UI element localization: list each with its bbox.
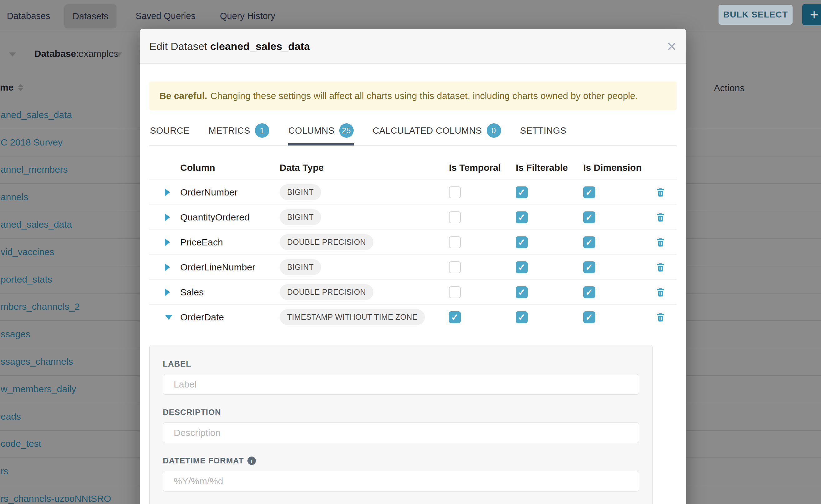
info-icon[interactable]: i <box>247 457 256 465</box>
description-input[interactable] <box>163 422 639 443</box>
dataset-link[interactable]: w_members_daily <box>1 384 76 394</box>
tab-count-badge: 0 <box>487 123 501 138</box>
datetime-format-heading: DATETIME FORMAT <box>163 456 244 466</box>
top-nav-bar: DatabasesDatasetsSaved QueriesQuery Hist… <box>0 0 821 32</box>
dataset-link[interactable]: annel_members <box>1 164 68 175</box>
tab-settings[interactable]: SETTINGS <box>520 123 567 145</box>
column-name: OrderNumber <box>180 187 279 198</box>
dataset-link[interactable]: mbers_channels_2 <box>1 301 80 312</box>
warning-bold-text: Be careful. <box>159 91 207 101</box>
column-row: OrderDateTIMESTAMP WITHOUT TIME ZONE✓✓✓ <box>149 305 677 329</box>
dataset-link[interactable]: eads <box>1 411 21 422</box>
delete-column-button[interactable] <box>655 312 677 322</box>
tab-columns[interactable]: COLUMNS25 <box>288 123 354 145</box>
description-field-group: DESCRIPTION <box>163 408 639 443</box>
tab-label: COLUMNS <box>288 126 334 136</box>
tab-label: SETTINGS <box>520 126 566 136</box>
is-temporal-checkbox-checked[interactable]: ✓ <box>449 311 461 323</box>
collapse-caret-icon[interactable] <box>165 315 172 320</box>
column-name: OrderDate <box>180 312 279 323</box>
trash-icon <box>655 262 666 272</box>
is-filterable-checkbox-checked[interactable]: ✓ <box>516 236 528 248</box>
is-temporal-checkbox-unchecked[interactable] <box>449 211 461 223</box>
datatype-pill: BIGINT <box>279 184 321 200</box>
modal-title: Edit Dataset cleaned_sales_data <box>149 40 310 52</box>
tab-source[interactable]: SOURCE <box>149 123 190 145</box>
expand-caret-icon[interactable] <box>165 264 170 271</box>
is-dimension-checkbox-checked[interactable]: ✓ <box>583 311 595 323</box>
trash-icon <box>655 287 666 297</box>
trash-icon <box>655 187 666 197</box>
is-filterable-checkbox-checked[interactable]: ✓ <box>516 311 528 323</box>
dataset-link[interactable]: aned_sales_data <box>1 219 72 230</box>
is-temporal-checkbox-unchecked[interactable] <box>449 261 461 273</box>
is-dimension-checkbox-checked[interactable]: ✓ <box>583 286 595 298</box>
dataset-link[interactable]: ssages <box>1 329 30 339</box>
modal-tabs: SOURCEMETRICS1COLUMNS25CALCULATED COLUMN… <box>149 123 677 146</box>
datasets-page: DatabasesDatasetsSaved QueriesQuery Hist… <box>0 0 821 504</box>
expand-caret-icon[interactable] <box>165 239 170 246</box>
is-dimension-checkbox-checked[interactable]: ✓ <box>583 261 595 273</box>
dataset-link[interactable]: vid_vaccines <box>1 247 54 257</box>
expand-caret-icon[interactable] <box>165 189 170 196</box>
dataset-link[interactable]: rs <box>1 466 8 477</box>
chevron-down-icon[interactable] <box>115 52 122 57</box>
nav-item-saved-queries[interactable]: Saved Queries <box>136 0 195 32</box>
add-dataset-button[interactable]: + <box>802 4 821 25</box>
is-temporal-checkbox-unchecked[interactable] <box>449 186 461 198</box>
edit-dataset-modal: Edit Dataset cleaned_sales_data × Be car… <box>140 29 686 504</box>
database-filter-value[interactable]: examples <box>78 48 118 59</box>
is-dimension-checkbox-checked[interactable]: ✓ <box>583 236 595 248</box>
delete-column-button[interactable] <box>655 237 677 247</box>
delete-column-button[interactable] <box>655 212 677 222</box>
dataset-link[interactable]: ported_stats <box>1 274 52 285</box>
tab-metrics[interactable]: METRICS1 <box>208 123 269 145</box>
close-icon[interactable]: × <box>667 38 676 54</box>
tab-calculated-columns[interactable]: CALCULATED COLUMNS0 <box>372 123 502 145</box>
sort-icon[interactable] <box>18 84 23 91</box>
delete-column-button[interactable] <box>655 287 677 297</box>
database-filter-label: Database: <box>34 48 79 59</box>
datatype-pill: BIGINT <box>279 209 321 225</box>
datatype-pill: DOUBLE PRECISION <box>279 284 373 300</box>
dataset-link[interactable]: rs_channels-uzooNNtSRO <box>1 493 111 504</box>
is-dimension-checkbox-checked[interactable]: ✓ <box>583 186 595 198</box>
delete-column-button[interactable] <box>655 262 677 272</box>
datetime-format-input[interactable] <box>163 471 639 492</box>
expand-caret-icon[interactable] <box>165 214 170 221</box>
column-row: SalesDOUBLE PRECISION✓✓ <box>149 280 677 305</box>
is-filterable-checkbox-checked[interactable]: ✓ <box>516 286 528 298</box>
dataset-link[interactable]: C 2018 Survey <box>1 137 62 148</box>
datatype-pill: TIMESTAMP WITHOUT TIME ZONE <box>279 309 425 325</box>
is-temporal-checkbox-unchecked[interactable] <box>449 236 461 248</box>
is-filterable-checkbox-checked[interactable]: ✓ <box>516 211 528 223</box>
label-field-heading: LABEL <box>163 359 191 369</box>
label-input[interactable] <box>163 374 639 395</box>
nav-item-databases[interactable]: Databases <box>7 0 50 32</box>
warning-banner: Be careful. Changing these settings will… <box>149 82 677 110</box>
is-filterable-checkbox-checked[interactable]: ✓ <box>516 186 528 198</box>
modal-body: Be careful. Changing these settings will… <box>140 82 686 504</box>
warning-text: Changing these settings will affect all … <box>210 91 638 101</box>
modal-title-dataset-name: cleaned_sales_data <box>210 40 310 52</box>
chevron-down-icon[interactable] <box>9 52 16 57</box>
is-filterable-checkbox-checked[interactable]: ✓ <box>516 261 528 273</box>
dataset-link[interactable]: ssages_channels <box>1 356 73 367</box>
is-temporal-checkbox-unchecked[interactable] <box>449 286 461 298</box>
nav-item-datasets[interactable]: Datasets <box>64 4 116 28</box>
dataset-link[interactable]: aned_sales_data <box>1 110 72 120</box>
dataset-link[interactable]: annels <box>1 192 28 202</box>
nav-item-query-history[interactable]: Query History <box>220 0 275 32</box>
datatype-pill: DOUBLE PRECISION <box>279 234 373 250</box>
delete-column-button[interactable] <box>655 187 677 197</box>
dataset-link[interactable]: code_test <box>1 438 41 449</box>
expand-caret-icon[interactable] <box>165 289 170 296</box>
is-dimension-checkbox-checked[interactable]: ✓ <box>583 211 595 223</box>
tab-label: METRICS <box>208 126 250 136</box>
column-name: Sales <box>180 287 279 298</box>
bulk-select-button[interactable]: BULK SELECT <box>719 5 793 25</box>
name-column-header[interactable]: me <box>0 82 13 93</box>
tab-count-badge: 1 <box>255 123 269 138</box>
column-name: QuantityOrdered <box>180 212 279 223</box>
tab-label: SOURCE <box>150 126 189 136</box>
